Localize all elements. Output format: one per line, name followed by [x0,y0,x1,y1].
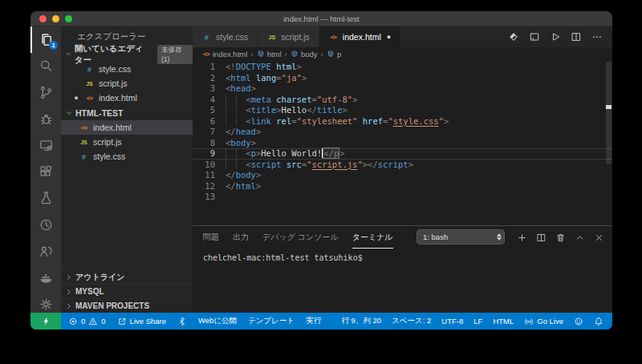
code-line-5[interactable]: 5 <title>Hello</title> [193,105,612,116]
new-terminal-button[interactable] [517,232,527,242]
window-title: index.html — html-test [283,14,360,23]
source-control-icon [39,85,54,100]
tree-item-script.js[interactable]: JSscript.js [61,135,193,149]
live-preview-button[interactable] [508,31,519,42]
kill-terminal-button[interactable] [555,232,566,242]
title-bar[interactable]: index.html — html-test [30,11,612,26]
more-actions-button[interactable] [591,31,603,42]
breadcrumb-item-html[interactable]: html [257,50,282,59]
activity-item-clock[interactable] [30,212,61,238]
code-editor[interactable]: 1<!DOCTYPE html>2<html lang="ja">3<head>… [193,60,612,225]
status-live-share[interactable]: Live Share [117,317,166,326]
sidebar-section-MAVEN PROJECTS[interactable]: MAVEN PROJECTS [61,298,193,313]
status-bluetooth[interactable] [177,317,187,326]
activity-item-remote-explorer[interactable] [30,132,61,159]
tree-item-style.css[interactable]: #style.css [61,149,193,164]
panel-actions: 1: bash [416,229,604,245]
clock-icon [39,217,54,233]
shell-select[interactable]: 1: bash [416,229,505,245]
status-go-live[interactable]: Go Live [524,317,563,326]
status-cursor-position[interactable]: 行 9、列 20 [341,316,381,326]
terminal-output[interactable]: chelchel-mac:html-test tatsuhiko$ [193,248,612,313]
breadcrumb-item-index.html[interactable]: <>index.html [202,50,247,59]
open-preview-button[interactable] [529,31,540,42]
editor-tab-script.js[interactable]: JSscript.js [258,26,319,47]
split-terminal-button[interactable] [536,232,547,242]
tree-item-index.html[interactable]: <>index.html [61,120,193,135]
code-line-12[interactable]: 12</html> [193,181,612,192]
code-line-2[interactable]: 2<html lang="ja"> [193,73,612,84]
status-indentation[interactable]: スペース: 2 [392,316,431,326]
open-editor-index.html[interactable]: ●<>index.html [61,91,193,105]
run-file-button[interactable] [550,31,561,42]
maximize-panel-icon [575,232,585,242]
open-editors-header[interactable]: 開いているエディター 未保存 (1) [61,47,193,62]
line-number: 1 [193,62,226,73]
status-eol[interactable]: LF [473,317,482,326]
panel-tab-出力[interactable]: 出力 [233,226,249,249]
minimize-window-button[interactable] [52,15,59,22]
status-language-mode[interactable]: HTML [493,317,514,326]
code-line-10[interactable]: 10 <script src="script.js"></script> [193,160,612,171]
status-feedback[interactable] [574,317,583,326]
maximize-panel-button[interactable] [575,232,585,242]
new-terminal-icon [517,232,527,242]
code-line-6[interactable]: 6 <link rel="stylesheet" href="style.css… [193,116,612,127]
open-editor-style.css[interactable]: #style.css [61,62,193,76]
close-window-button[interactable] [39,15,47,22]
line-number: 7 [193,127,226,138]
activity-item-testing[interactable] [30,185,61,212]
code-line-9[interactable]: 9 <p>Hello World!</p> [193,148,612,160]
status-publish-web[interactable]: Webに公開 [198,316,237,326]
status-encoding[interactable]: UTF-8 [441,317,463,326]
html-file-icon: <> [84,95,95,102]
breadcrumb-item-p[interactable]: p [327,50,341,59]
close-panel-button[interactable] [594,232,604,242]
file-label: script.js [93,137,122,147]
folder-section-header[interactable]: HTML-TEST [61,105,193,120]
code-line-4[interactable]: 4 <meta charset="utf-8"> [193,95,612,106]
code-line-7[interactable]: 7</head> [193,127,612,138]
breadcrumb-item-body[interactable]: body [291,50,318,59]
code-line-1[interactable]: 1<!DOCTYPE html> [193,62,612,73]
activity-item-explorer[interactable]: 1 [30,26,61,53]
zoom-window-button[interactable] [65,15,72,22]
editor-tab-style.css[interactable]: #style.css [193,26,258,47]
code-line-11[interactable]: 11</body> [193,170,612,181]
split-terminal-icon [536,232,547,242]
css-file-icon: # [201,33,212,42]
open-editor-script.js[interactable]: JSscript.js [61,76,193,91]
section-label: MYSQL [75,287,104,296]
panel-tab-デバッグ コンソール[interactable]: デバッグ コンソール [262,226,339,249]
panel-tab-問題[interactable]: 問題 [203,226,219,249]
status-text: Webに公開 [198,316,237,326]
activity-item-debug[interactable] [30,106,61,132]
folder-name: HTML-TEST [75,108,124,118]
status-notifications[interactable] [594,317,603,326]
activity-item-extensions[interactable] [30,159,61,185]
split-editor-button[interactable] [571,31,582,42]
error-icon [68,317,78,326]
code-line-8[interactable]: 8<body> [193,138,612,149]
status-run[interactable]: 実行 [306,316,321,326]
editor-scrollbar[interactable] [606,62,612,164]
activity-item-source-control[interactable] [30,79,61,106]
modified-dot-icon: ● [72,94,80,102]
editor-tab-index.html[interactable]: <>index.html● [319,26,400,47]
code-line-13[interactable]: 13 [193,192,612,203]
code-line-3[interactable]: 3<head> [193,83,612,95]
status-template[interactable]: テンプレート [248,316,295,326]
activity-item-settings[interactable] [30,291,61,317]
status-problems[interactable]: 00 [68,317,106,326]
editor-area: #style.cssJSscript.js<>index.html● <>ind… [193,26,612,313]
activity-item-live-share[interactable] [30,238,61,265]
sidebar-section-MYSQL[interactable]: MYSQL [61,284,193,298]
vscode-window: index.html — html-test 1 エクスプローラー 開いているエ… [30,11,612,330]
panel-tab-ターミナル[interactable]: ターミナル [352,226,393,249]
activity-item-docker[interactable] [30,265,61,291]
activity-item-search[interactable] [30,53,61,79]
sidebar-section-アウトライン[interactable]: アウトライン [61,269,193,284]
bottom-panel: 問題出力デバッグ コンソールターミナル 1: bash chelchel-mac… [193,225,612,313]
tab-label: style.css [216,32,248,42]
line-number: 13 [193,192,226,203]
